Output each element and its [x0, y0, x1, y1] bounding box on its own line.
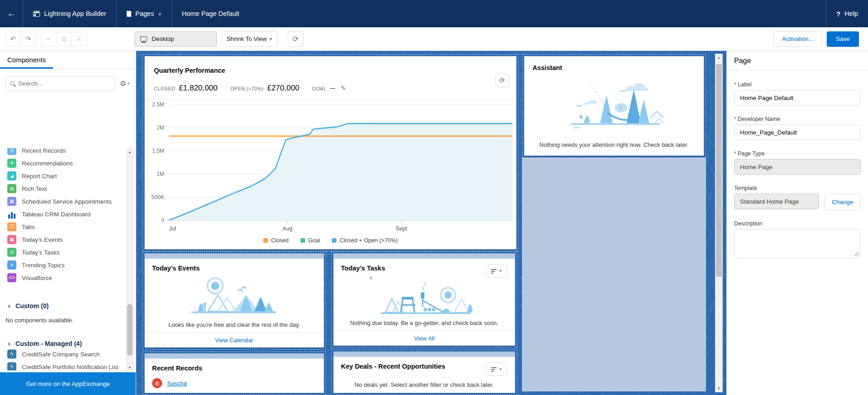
component-label: Today's Events: [22, 236, 63, 243]
device-selector-desktop[interactable]: Desktop: [134, 31, 217, 47]
component-settings-button[interactable]: ⚙ ▾: [119, 78, 130, 89]
scroll-down-icon[interactable]: ▼: [127, 364, 133, 371]
top-navbar: ← Lightning App Builder Pages ∨ Home Pag…: [0, 0, 868, 27]
sidebar-item-trending-topics[interactable]: ≡Trending Topics: [0, 259, 125, 271]
chart-refresh-button[interactable]: ⟳: [495, 74, 509, 87]
events-title: Today's Events: [152, 265, 200, 272]
builder-toolbar: ↶ ↷ ✂ ⧉ ⎘ Desktop Shrink To View ▼ ⟳ Act…: [0, 27, 868, 51]
view-all-link[interactable]: View All: [334, 330, 515, 345]
svg-text:1.5M: 1.5M: [152, 147, 164, 155]
key-deals-filter-button[interactable]: ▼: [486, 363, 508, 376]
assistant-illustration: z: [524, 72, 704, 141]
back-button[interactable]: ←: [0, 0, 23, 27]
recommendations-icon: ✦: [7, 159, 16, 168]
svg-text:Jul: Jul: [169, 225, 176, 232]
trending-topics-icon: ≡: [7, 260, 16, 270]
sidebar-item-today-s-tasks[interactable]: ☑Today's Tasks: [0, 246, 125, 259]
sidebar-item-today-s-events[interactable]: ▦Today's Events: [0, 233, 125, 246]
required-asterisk: *: [734, 116, 736, 122]
section-custom-managed[interactable]: ∨ Custom - Managed (4): [7, 340, 125, 347]
search-input[interactable]: [18, 80, 110, 87]
view-calendar-link[interactable]: View Calendar: [145, 332, 324, 347]
sidebar-item-creditsafe-portfolio-notification-list[interactable]: ϟCreditSafe Portfolio Notification List: [0, 360, 125, 370]
assistant-card[interactable]: Assistant z: [524, 56, 704, 156]
recent-records-card[interactable]: Recent Records ◎Sascha▦BRYT ENergy: [144, 353, 324, 393]
sidebar-item-tabs[interactable]: ❒Tabs: [0, 220, 125, 233]
tasks-filter-button[interactable]: ▼: [486, 265, 508, 278]
region-recent-records[interactable]: Recent Records ◎Sascha▦BRYT ENergy: [143, 351, 326, 395]
metric-goal: GOAL--✎: [312, 84, 346, 93]
edit-pencil-icon[interactable]: ✎: [340, 85, 346, 92]
canvas-scrollbar[interactable]: ▲ ▼: [715, 54, 723, 392]
quarterly-performance-card[interactable]: Quarterly Performance ⟳ CLOSED£1,820,000…: [144, 56, 517, 250]
paste-button[interactable]: ⎘: [72, 32, 87, 46]
activation-button[interactable]: Activation...: [773, 31, 822, 47]
scroll-up-icon[interactable]: ▲: [127, 149, 133, 155]
canvas-refresh-button[interactable]: ⟳: [288, 31, 303, 47]
todays-tasks-card[interactable]: Today's Tasks ▼: [333, 253, 515, 346]
scroll-down-icon[interactable]: ▼: [715, 385, 722, 392]
label-input[interactable]: [734, 90, 861, 105]
developer-name-input[interactable]: [734, 125, 861, 140]
region-empty-column[interactable]: [522, 158, 706, 391]
region-assistant[interactable]: Assistant z: [522, 54, 706, 158]
page-properties-panel: Page *Label *Developer Name *Page Type T…: [726, 51, 868, 395]
component-label: Today's Tasks: [22, 249, 59, 256]
component-label: Recent Records: [22, 148, 66, 154]
label-field-label: *Label: [734, 81, 861, 88]
undo-button[interactable]: ↶: [5, 32, 21, 46]
region-quarterly-performance[interactable]: Quarterly Performance ⟳ CLOSED£1,820,000…: [143, 54, 518, 251]
scrollbar-thumb[interactable]: [127, 304, 133, 355]
tasks-illustration: [334, 278, 515, 320]
sidebar-item-creditsafe-company-search[interactable]: ϟCreditSafe Company Search: [0, 348, 125, 360]
region-todays-events[interactable]: Today's Events: [143, 251, 326, 350]
legend-label: Goal: [308, 237, 320, 244]
scrollbar-thumb[interactable]: [716, 64, 722, 277]
component-drag-bar: [334, 254, 515, 259]
change-template-button[interactable]: Change: [824, 194, 861, 210]
refresh-icon: ⟳: [499, 76, 505, 85]
panel-title: Page: [727, 51, 868, 70]
sidebar-item-tableau-crm-dashboard[interactable]: Tableau CRM Dashboard: [0, 208, 125, 220]
help-button[interactable]: ? Help: [826, 0, 868, 27]
save-button[interactable]: Save: [827, 31, 859, 47]
quarterly-chart-svg: 0500K1M1.5M2M2.5MJulAugSept: [145, 100, 516, 235]
pages-label: Pages: [135, 10, 154, 17]
sidebar-item-rich-text[interactable]: ▤Rich Text: [0, 182, 125, 195]
appexchange-button[interactable]: Get more on the AppExchange: [0, 372, 136, 395]
report-chart-icon: ◢: [7, 171, 16, 180]
view-mode-select[interactable]: Shrink To View ▼: [222, 31, 278, 47]
chart-legend: ClosedGoalClosed + Open (>70%): [145, 235, 516, 249]
scroll-up-icon[interactable]: ▲: [715, 54, 722, 61]
pages-menu[interactable]: Pages ∨: [116, 0, 171, 27]
region-key-deals[interactable]: Key Deals - Recent Opportunities ▼ No de…: [331, 350, 517, 395]
custom-empty-text: No components available.: [5, 317, 125, 324]
record-link[interactable]: Sascha: [167, 380, 187, 387]
key-deals-card[interactable]: Key Deals - Recent Opportunities ▼ No de…: [333, 351, 515, 393]
sidebar-item-visualforce[interactable]: </>Visualforce: [0, 271, 125, 284]
sidebar-item-recent-records[interactable]: ◷Recent Records: [0, 148, 125, 157]
cut-button[interactable]: ✂: [41, 32, 56, 46]
sidebar-item-report-chart[interactable]: ◢Report Chart: [0, 170, 125, 182]
components-sidebar: Components ⚙ ▾ ◷Recent Records✦Recommend…: [0, 51, 136, 395]
sidebar-scrollbar[interactable]: ▲ ▼: [126, 148, 133, 371]
description-textarea[interactable]: [734, 229, 861, 258]
device-label: Desktop: [152, 35, 174, 42]
region-todays-tasks[interactable]: Today's Tasks ▼: [331, 251, 517, 348]
sidebar-item-scheduled-service-appointments[interactable]: ▦Scheduled Service Appointments: [0, 195, 125, 208]
gear-icon: ⚙: [120, 79, 126, 88]
sidebar-item-recommendations[interactable]: ✦Recommendations: [0, 157, 125, 170]
assistant-title: Assistant: [533, 64, 562, 71]
performance-chart: 0500K1M1.5M2M2.5MJulAugSept: [145, 100, 516, 235]
tab-components[interactable]: Components: [0, 51, 53, 69]
component-search[interactable]: [5, 76, 115, 91]
redo-button[interactable]: ↷: [21, 32, 36, 46]
key-deals-title: Key Deals - Recent Opportunities: [341, 363, 445, 370]
copy-button[interactable]: ⧉: [56, 32, 72, 46]
component-label: CreditSafe Company Search: [22, 351, 100, 358]
section-custom[interactable]: ∨ Custom (0): [7, 302, 125, 310]
lightning-app-builder: ← Lightning App Builder Pages ∨ Home Pag…: [0, 0, 868, 395]
todays-events-card[interactable]: Today's Events: [144, 253, 324, 348]
filter-list-icon: [491, 367, 497, 372]
quarterly-title: Quarterly Performance: [154, 67, 225, 74]
